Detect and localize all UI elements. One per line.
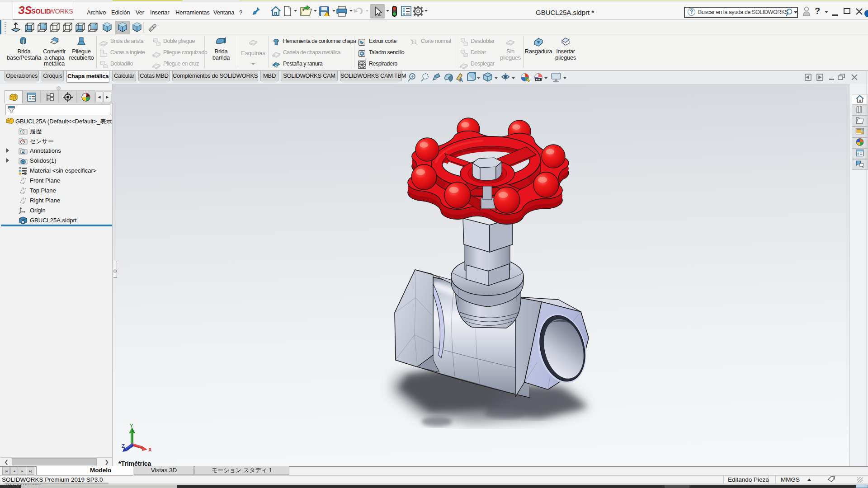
svg-text:A: A	[21, 150, 24, 155]
svg-text:Y: Y	[130, 423, 133, 428]
svg-text:X: X	[148, 447, 152, 452]
svg-text:SOLID: SOLID	[31, 8, 51, 15]
svg-text:Z: Z	[122, 443, 125, 449]
svg-text:!: !	[328, 13, 329, 17]
svg-text:A: A	[459, 77, 463, 83]
svg-text:WORKS: WORKS	[49, 8, 73, 15]
svg-text:ЗS: ЗS	[18, 5, 32, 16]
